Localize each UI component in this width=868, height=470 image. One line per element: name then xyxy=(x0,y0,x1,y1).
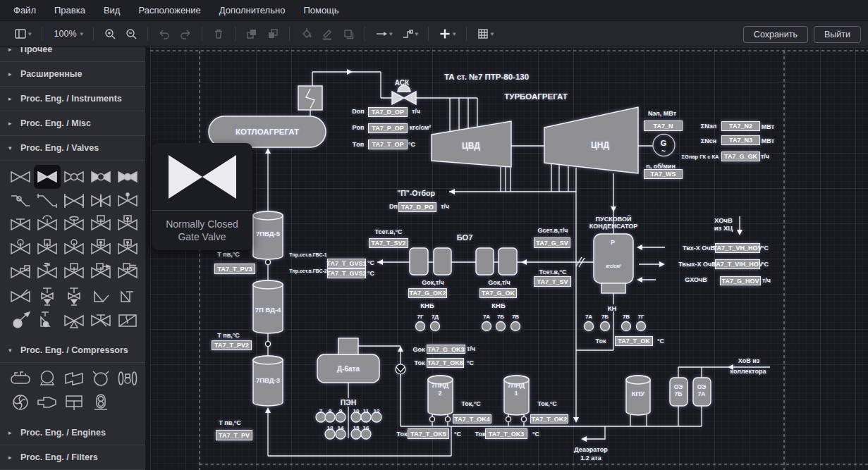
sidebar-section-proc-eng-valves[interactable]: ▾Proc. Eng. / Valves xyxy=(0,136,150,161)
diagram-label[interactable]: 9 xyxy=(339,408,342,414)
sidebar-section-proc-eng-compressors[interactable]: ▾Proc. Eng. / Compressors xyxy=(0,338,150,363)
diagram-label[interactable]: °С xyxy=(367,259,374,266)
zoom-out-button[interactable] xyxy=(122,25,140,42)
double-flanged-valve-icon[interactable] xyxy=(61,189,87,213)
diagram-label[interactable]: 2 xyxy=(438,390,441,397)
menu-extras[interactable]: Дополнительно xyxy=(210,0,295,21)
diagram-label[interactable]: 7 xyxy=(319,408,322,414)
diagram-value-box[interactable]: ТА7_T_PV2 xyxy=(212,340,252,350)
menu-edit[interactable]: Правка xyxy=(45,0,94,21)
diagram-label[interactable]: 16 xyxy=(363,425,369,431)
diagram-label[interactable]: Gок,т/ч xyxy=(422,279,444,286)
diagram-label[interactable]: Р xyxy=(611,239,615,246)
diagram-label[interactable]: Ток,°С xyxy=(461,400,481,407)
diagram-label[interactable]: 12 xyxy=(374,408,380,414)
diagram-label[interactable]: БО7 xyxy=(457,233,473,242)
diagram-label[interactable]: °С xyxy=(454,431,461,438)
diagram-label[interactable]: Тсет.в,°С xyxy=(374,228,402,235)
fan-icon[interactable] xyxy=(7,391,34,415)
centrifugal-compressor-icon[interactable] xyxy=(34,367,61,391)
liquid-ring-compressor-icon[interactable] xyxy=(87,367,114,391)
diagram-label[interactable]: ПЭН xyxy=(341,398,357,407)
diagram-value-box[interactable]: ТА7_T_OK5 xyxy=(408,428,449,439)
menu-help[interactable]: Помощь xyxy=(294,0,348,21)
sidebar-section-proc-eng-filters[interactable]: ▸Proc. Eng. / Filters xyxy=(0,445,150,470)
diagram-label[interactable]: ΣNэл xyxy=(701,123,716,130)
diagram-label[interactable]: G xyxy=(661,139,667,147)
diagram-label[interactable]: 7А xyxy=(483,314,490,320)
diagram-label[interactable]: 7А xyxy=(698,390,706,397)
diagram-label[interactable]: 14 xyxy=(338,425,344,431)
diagram-value-box[interactable]: ТА7_N3 xyxy=(721,135,760,145)
diagram-label[interactable]: 7Б xyxy=(497,314,504,320)
diagram-label[interactable]: ЦНД xyxy=(591,140,609,150)
diagram-label[interactable]: Ток xyxy=(596,338,606,345)
diagram-label[interactable]: °С xyxy=(657,338,664,345)
diagram-label[interactable]: °С xyxy=(762,261,769,268)
pilot-operated-valve-icon[interactable] xyxy=(7,261,34,285)
page-view-button[interactable]: ▾ xyxy=(11,25,35,42)
diagram-label[interactable]: ТУРБОАГРЕГАТ xyxy=(504,92,568,101)
diagram-value-box[interactable]: ТА7_T_GVS2 xyxy=(327,268,366,278)
diagram-label[interactable]: ОЭ xyxy=(697,383,707,390)
diagram-label[interactable]: 7ПВД-5 xyxy=(256,230,280,237)
angle-valve-icon[interactable] xyxy=(87,285,114,309)
diagram-label[interactable]: °С xyxy=(532,431,539,438)
diagram-label[interactable]: Gок,т/ч xyxy=(488,279,511,286)
three-way-valve-icon[interactable] xyxy=(61,309,87,333)
diagram-label[interactable]: °С xyxy=(367,270,374,277)
diagram-value-box[interactable]: ТА7_G_GK xyxy=(721,151,760,161)
powered-valve-icon[interactable] xyxy=(87,237,114,261)
diagram-label[interactable]: Dоп xyxy=(352,108,364,115)
diagram-value-box[interactable]: ТА7_N2 xyxy=(721,121,760,131)
diagram-label[interactable]: Nэл, МВт xyxy=(648,110,676,117)
diagram-label[interactable]: Tоп xyxy=(353,141,364,148)
diagram-label[interactable]: Д-6ата xyxy=(337,365,360,373)
diagonal-valve-icon[interactable] xyxy=(7,285,34,309)
diagram-label[interactable]: "П"-Отбор xyxy=(397,189,435,197)
diaphragm-compressor-icon[interactable] xyxy=(114,367,141,391)
diagram-label[interactable]: Ток,°С xyxy=(537,400,557,407)
to-back-button[interactable] xyxy=(264,25,282,42)
pressure-reducing-valve-2-icon[interactable] xyxy=(61,285,87,309)
diagram-label[interactable]: кгс/см² xyxy=(606,264,621,268)
diagram-label[interactable]: Т пв,°С xyxy=(217,251,240,258)
diagram-value-box[interactable]: ТА7_WS xyxy=(644,169,683,179)
diagram-label[interactable]: 7ПНД xyxy=(508,382,525,389)
motor-operated-valve-icon[interactable] xyxy=(87,213,114,237)
diagram-canvas[interactable]: Dопт/чPопкгс/см²Tоп°САСКТА ст. №7 ПТР-80… xyxy=(150,47,868,470)
diagram-label[interactable]: 15 xyxy=(353,425,360,431)
diagram-value-box[interactable]: ТА7_G_OK3 xyxy=(427,345,465,354)
diagram-label[interactable]: 7Б xyxy=(601,314,609,320)
diagonal-ball-valve-icon[interactable] xyxy=(7,309,34,333)
actuated-valve-io-icon[interactable] xyxy=(114,261,141,285)
diagram-label[interactable]: Ток xyxy=(475,431,486,438)
diagram-label[interactable]: КНБ xyxy=(420,302,434,309)
diagram-value-box[interactable]: ТА7_T_PV xyxy=(216,430,252,440)
diagram-value-box[interactable]: ТА7_G_HOV xyxy=(720,276,761,285)
diagram-label[interactable]: КОНДЕНСАТОР xyxy=(589,223,638,230)
diagram-label[interactable]: т/ч xyxy=(762,277,771,284)
diagram-value-box[interactable]: ТА7_G_SV xyxy=(534,237,570,248)
sidebar-section-прочее[interactable]: ▸Прочее xyxy=(0,47,150,62)
diagram-label[interactable]: кгс/см² xyxy=(410,124,431,131)
insert-button[interactable]: ▾ xyxy=(436,25,459,42)
ball-valve-icon[interactable] xyxy=(114,165,141,189)
zoom-level-select[interactable]: 100%▾ xyxy=(49,27,87,41)
diagram-label[interactable]: КНБ xyxy=(491,302,506,309)
diagram-label[interactable]: т/ч xyxy=(441,203,449,210)
square-actuated-valve-icon[interactable] xyxy=(34,237,61,261)
diagram-value-box[interactable]: ТА7_T_OK6 xyxy=(427,358,464,368)
diagram-value-box[interactable]: ТА7_G_OK2 xyxy=(408,288,447,298)
shadow-button[interactable] xyxy=(339,25,357,42)
diagram-label[interactable]: ТА ст. №7 ПТР-80-130 xyxy=(444,73,529,81)
rotary-compressor-icon[interactable] xyxy=(61,367,87,391)
diagram-label[interactable]: Твых-Х ОчВ xyxy=(678,261,716,268)
diagram-label[interactable]: из ХЦ xyxy=(714,224,733,232)
diagram-label[interactable]: Твх-Х ОчВ xyxy=(683,245,715,252)
exit-button[interactable]: Выйти xyxy=(814,26,861,43)
diagram-label[interactable]: ОЭ xyxy=(674,383,683,390)
circle-actuated-valve-2-icon[interactable] xyxy=(61,237,87,261)
diagram-value-box[interactable]: ТА7_P_OP xyxy=(368,123,408,133)
diagram-drawing[interactable] xyxy=(150,47,868,470)
